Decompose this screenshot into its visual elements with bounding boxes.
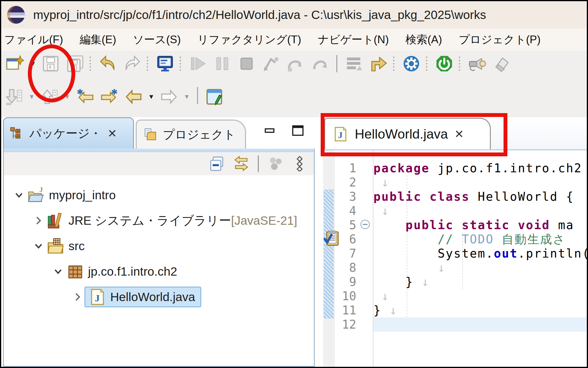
focus-task-icon[interactable]	[268, 156, 283, 171]
package-explorer-icon	[10, 127, 23, 140]
panel-tab-bar: パッケージ・ ✕ プロジェクト	[3, 117, 315, 149]
editor-tab-helloworld[interactable]: J HelloWorld.java ✕	[324, 118, 491, 149]
redo-button[interactable]	[122, 54, 142, 73]
collapse-all-icon[interactable]	[209, 156, 225, 171]
editor-tab-label: HelloWorld.java	[355, 126, 448, 142]
minimize-icon[interactable]	[263, 124, 277, 137]
tree-item-project[interactable]: J myproj_intro	[4, 182, 314, 208]
tree-item-src[interactable]: src	[4, 233, 314, 259]
save-button[interactable]	[41, 54, 60, 73]
svg-text:J: J	[95, 293, 100, 303]
step-into-icon	[262, 55, 280, 73]
tab-package-explorer[interactable]: パッケージ・ ✕	[3, 117, 134, 149]
undo-button[interactable]	[98, 54, 118, 73]
menu-edit[interactable]: 編集(E)	[80, 32, 116, 47]
open-console-button[interactable]	[155, 54, 175, 73]
project-explorer-icon	[144, 128, 157, 142]
blue-gear-icon	[402, 55, 420, 73]
dropdown-icon[interactable]: ▼	[148, 87, 155, 107]
dropdown-icon[interactable]: ▼	[64, 87, 71, 107]
code-line: package jp.co.f1.intro.ch2	[373, 161, 587, 175]
new-wizard-button[interactable]	[5, 54, 25, 73]
menu-project[interactable]: プロジェクト(P)	[458, 32, 541, 47]
close-icon[interactable]: ✕	[108, 127, 117, 140]
resume-icon	[189, 55, 207, 73]
chevron-down-icon[interactable]	[12, 188, 26, 202]
menu-navigate[interactable]: ナビゲート(N)	[318, 32, 389, 47]
editor-area: J HelloWorld.java ✕ 12 34 56	[323, 117, 587, 367]
step-over-button[interactable]	[285, 54, 305, 73]
step-return-button[interactable]	[310, 54, 329, 73]
back-button[interactable]	[124, 87, 143, 107]
tree-item-jre[interactable]: JRE システム・ライブラリー [JavaSE-21]	[4, 208, 314, 233]
run-to-line-button[interactable]	[369, 54, 388, 73]
editor-tab-bar: J HelloWorld.java ✕	[323, 117, 587, 150]
collapse-region-icon[interactable]	[360, 219, 370, 230]
dropdown-icon[interactable]: ▼	[30, 54, 36, 73]
search-button[interactable]	[467, 54, 487, 73]
menu-bar: ファイル(F) 編集(E) ソース(S) リファクタリング(T) ナビゲート(N…	[1, 28, 587, 51]
chevron-down-icon[interactable]	[32, 239, 45, 253]
new-wizard-icon	[6, 55, 24, 73]
window-pencil-icon	[206, 88, 224, 106]
pause-button[interactable]	[212, 54, 232, 73]
next-edit-location-button[interactable]	[100, 87, 119, 107]
menu-refactor[interactable]: リファクタリング(T)	[197, 32, 301, 47]
menu-file[interactable]: ファイル(F)	[4, 32, 63, 47]
tree-label-file: HelloWorld.java	[110, 290, 195, 304]
tree-selection[interactable]: J HelloWorld.java	[84, 287, 201, 307]
save-all-icon	[66, 55, 84, 73]
dropdown-icon[interactable]: ▼	[183, 87, 190, 107]
chevron-right-icon[interactable]	[71, 290, 84, 304]
main-toolbar: ▼	[1, 51, 587, 76]
range-indicator	[324, 189, 334, 319]
stop-button[interactable]	[237, 54, 256, 73]
console-icon	[156, 55, 174, 73]
tree-label-src: src	[68, 239, 85, 253]
debug-config-button[interactable]	[402, 54, 421, 73]
chevron-right-icon[interactable]	[32, 214, 45, 227]
editor-body[interactable]: 12 34 56 78 910 1112 package jp.co.f1.in…	[323, 150, 587, 367]
boot-run-button[interactable]	[434, 54, 454, 73]
code-line: ↓	[373, 204, 587, 218]
toolbar-separator	[90, 57, 93, 71]
toolbar-separator	[258, 155, 259, 172]
view-menu-icon[interactable]	[292, 156, 307, 171]
window-title: myproj_intro/src/jp/co/f1/intro/ch2/Hell…	[33, 8, 486, 22]
svg-text:J: J	[338, 130, 343, 140]
java-file-icon: J	[333, 126, 348, 142]
next-annotation-button[interactable]	[4, 87, 24, 107]
tree-item-file[interactable]: J HelloWorld.java	[4, 284, 314, 310]
last-edited-file-button[interactable]	[205, 87, 225, 107]
previous-edit-location-button[interactable]	[75, 87, 95, 107]
flashlight-icon	[468, 55, 486, 73]
resume-button[interactable]	[188, 54, 208, 73]
link-with-editor-icon[interactable]	[234, 156, 249, 171]
step-over-icon	[286, 55, 304, 73]
panel-header-strip	[4, 149, 314, 152]
navigation-toolbar: ▼ ▼ ▼	[1, 76, 587, 117]
code-line: ↓	[373, 175, 587, 189]
save-all-button[interactable]	[65, 54, 85, 73]
menu-search[interactable]: 検索(A)	[405, 32, 442, 47]
previous-annotation-icon	[41, 88, 58, 106]
code-line-current[interactable]	[373, 317, 587, 332]
forward-button[interactable]	[159, 87, 179, 107]
close-icon[interactable]: ✕	[454, 128, 464, 141]
package-icon	[67, 263, 84, 280]
toolbar-separator	[459, 57, 463, 71]
undo-icon	[99, 55, 117, 73]
step-into-button[interactable]	[261, 54, 281, 73]
maximize-icon[interactable]	[291, 124, 305, 137]
format-button[interactable]	[492, 54, 511, 73]
previous-annotation-button[interactable]	[40, 87, 59, 107]
chevron-down-icon[interactable]	[51, 265, 65, 278]
code-line: } ↓	[373, 275, 587, 289]
tree-item-package[interactable]: jp.co.f1.intro.ch2	[4, 259, 314, 284]
toolbar-separator	[426, 57, 430, 71]
mark-occurrences-button[interactable]	[344, 54, 364, 73]
tab-project-explorer[interactable]: プロジェクト	[136, 120, 246, 149]
menu-source[interactable]: ソース(S)	[133, 32, 181, 47]
dropdown-icon[interactable]: ▼	[28, 87, 35, 107]
code-view[interactable]: package jp.co.f1.intro.ch2 ↓ public clas…	[373, 150, 587, 367]
